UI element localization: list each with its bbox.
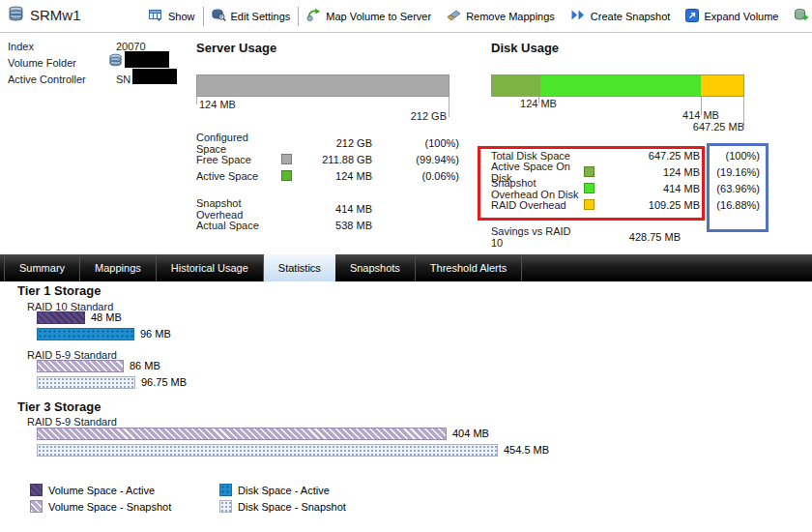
tab-historical-usage[interactable]: Historical Usage	[157, 254, 264, 281]
bar-row: 454.5 MB	[37, 443, 549, 457]
volume-folder-label: Volume Folder	[8, 57, 76, 69]
disk-active-swatch	[219, 484, 232, 496]
disk-bar-active-segment	[492, 75, 540, 96]
tier3-title: Tier 3 Storage	[17, 399, 101, 414]
bar-row: 96 MB	[37, 327, 171, 340]
disk-bar-raid-segment	[701, 75, 743, 96]
tab-snapshots[interactable]: Snapshots	[335, 254, 416, 281]
server-tick-right	[449, 97, 450, 117]
tab-threshold-alerts[interactable]: Threshold Alerts	[416, 254, 522, 281]
page-title: SRMw1	[30, 7, 81, 23]
raid-overhead-swatch	[584, 199, 594, 210]
map-volume-label: Map Volume to Server	[326, 11, 431, 22]
server-usage-stats: Configured Space 212 GB (100%) Free Spac…	[196, 134, 459, 233]
stat-row-configured-space: Configured Space 212 GB (100%)	[196, 134, 459, 151]
tier3-raid59-volume-bar	[37, 428, 447, 440]
remove-mappings-icon	[447, 8, 461, 24]
bar-value-label: 404 MB	[452, 428, 489, 439]
stat-row-snapshot-overhead: Snapshot Overhead 414 MB	[196, 200, 459, 217]
legend-volume-active: Volume Space - Active	[30, 484, 155, 496]
legend-volume-snapshot: Volume Space - Snapshot	[30, 500, 171, 513]
tier1-raid59-disk-bar	[37, 376, 135, 389]
stat-row-actual-space: Actual Space 538 MB	[196, 217, 459, 233]
tier1-raid10-disk-bar	[37, 328, 134, 340]
active-controller-label: Active Controller	[8, 74, 86, 85]
map-volume-icon	[306, 8, 321, 24]
active-controller-value: SN	[116, 74, 130, 85]
tab-statistics[interactable]: Statistics	[264, 254, 335, 281]
edit-settings-label: Edit Settings	[231, 11, 291, 22]
volume-icon	[8, 6, 24, 24]
show-icon	[149, 8, 163, 24]
tier1-raid59-volume-bar	[37, 360, 124, 372]
bar-row: 48 MB	[37, 310, 122, 324]
remove-mappings-label: Remove Mappings	[466, 11, 555, 22]
snapshot-on-disk-swatch	[584, 183, 594, 193]
volume-snapshot-swatch	[30, 500, 43, 513]
bar-row: 404 MB	[37, 427, 489, 440]
expand-volume-icon	[685, 9, 699, 24]
redacted-controller-serial	[132, 69, 177, 84]
tab-mappings[interactable]: Mappings	[80, 254, 157, 281]
tier1-raid10-volume-bar	[37, 311, 85, 324]
server-tick-label-right: 212 GB	[394, 110, 447, 122]
server-usage-title: Server Usage	[196, 41, 276, 55]
disk-usage-title: Disk Usage	[491, 41, 559, 55]
remove-mappings-button[interactable]: Remove Mappings	[439, 8, 563, 24]
stat-row-savings: Savings vs RAID 10 428.75 MB	[491, 228, 704, 245]
disk-usage-bar	[491, 74, 744, 97]
volume-title: SRMw1	[8, 6, 81, 24]
disk-tick-label-1: 124 MB	[520, 98, 557, 109]
legend-disk-active: Disk Space - Active	[219, 484, 330, 496]
bar-row: 96.75 MB	[37, 375, 187, 389]
edit-settings-icon	[212, 8, 226, 24]
expand-volume-button[interactable]: Expand Volume	[678, 9, 786, 24]
tab-summary[interactable]: Summary	[4, 254, 80, 281]
storage-center-volume-view: SRMw1 Show Edit Settings Map Volume to S…	[0, 0, 812, 532]
disk-bar-snapshot-segment	[540, 75, 701, 96]
disk-tick-label-2: 414 MB	[682, 109, 719, 121]
bar-value-label: 96.75 MB	[141, 376, 187, 388]
disk-snapshot-swatch	[219, 500, 232, 513]
show-label: Show	[168, 11, 195, 22]
show-button[interactable]: Show	[141, 8, 203, 24]
bar-value-label: 454.5 MB	[504, 444, 549, 456]
bar-value-label: 48 MB	[91, 311, 122, 323]
create-snapshot-button[interactable]: Create Snapshot	[563, 9, 679, 23]
free-space-swatch	[281, 154, 292, 164]
active-on-disk-swatch	[584, 166, 594, 177]
stat-row-active-space: Active Space 124 MB (0.06%)	[196, 167, 459, 184]
create-snapshot-icon	[570, 9, 586, 23]
tier1-title: Tier 1 Storage	[17, 283, 101, 298]
tab-bar: Summary Mappings Historical Usage Statis…	[0, 254, 812, 281]
tier3-raid59-disk-bar	[37, 444, 498, 457]
bar-value-label: 86 MB	[130, 360, 160, 371]
server-usage-bar	[196, 74, 450, 97]
legend-disk-snapshot: Disk Space - Snapshot	[219, 500, 346, 513]
index-label: Index	[8, 41, 34, 52]
stat-row-raid-overhead: RAID Overhead 109.25 MB (16.88%)	[491, 196, 762, 213]
create-boot-button[interactable]: Create Boot from SA	[786, 8, 812, 24]
volume-active-swatch	[30, 484, 43, 496]
create-snapshot-label: Create Snapshot	[591, 11, 671, 22]
redacted-volume-folder-name	[125, 51, 169, 68]
edit-settings-button[interactable]: Edit Settings	[204, 8, 299, 24]
disk-usage-stats: Total Disk Space 647.25 MB (100%) Active…	[491, 147, 762, 213]
server-tick-left	[196, 97, 197, 104]
bar-value-label: 96 MB	[140, 328, 171, 340]
volume-folder-icon	[108, 53, 123, 70]
stat-row-free-space: Free Space 211.88 GB (99.94%)	[196, 151, 459, 167]
map-volume-button[interactable]: Map Volume to Server	[299, 8, 439, 24]
create-boot-icon	[794, 8, 808, 24]
active-space-swatch	[281, 170, 292, 181]
stat-row-snapshot-overhead-on-disk: Snapshot Overhead On Disk 414 MB (63.96%…	[491, 180, 762, 196]
server-tick-label-left: 124 MB	[199, 99, 236, 110]
toolbar: Show Edit Settings Map Volume to Server …	[141, 0, 812, 32]
expand-volume-label: Expand Volume	[704, 11, 778, 22]
disk-tick-label-3: 647.25 MB	[667, 121, 744, 133]
bar-row: 86 MB	[37, 359, 160, 372]
header-bar: SRMw1 Show Edit Settings Map Volume to S…	[0, 0, 812, 33]
savings-row-wrap: Savings vs RAID 10 428.75 MB	[491, 228, 704, 245]
